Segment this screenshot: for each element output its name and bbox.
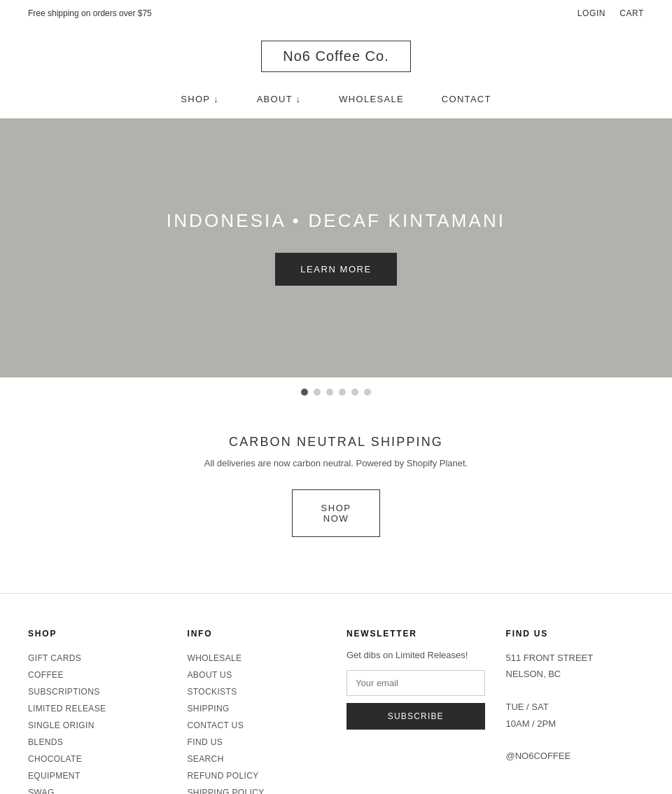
- footer-find-us-heading: FIND US: [506, 629, 645, 639]
- footer-link-equipment[interactable]: EQUIPMENT: [28, 767, 167, 784]
- hero-cta-button[interactable]: LEARN MORE: [275, 253, 397, 286]
- footer-link-shipping[interactable]: SHIPPING: [188, 700, 326, 717]
- footer-link-swag[interactable]: SWAG: [28, 784, 167, 794]
- carbon-text: All deliveries are now carbon neutral. P…: [14, 458, 658, 468]
- email-input[interactable]: [346, 670, 485, 696]
- hours-value: 10AM / 2PM: [506, 716, 645, 732]
- footer-shop-heading: SHOP: [28, 629, 167, 639]
- hero-title: INDONESIA • DECAF KINTAMANI: [167, 210, 505, 232]
- find-us-address: 511 FRONT STREET NELSON, BC TUE / SAT 10…: [506, 650, 645, 765]
- footer-link-search[interactable]: SEARCH: [188, 751, 326, 767]
- dot-2[interactable]: [314, 389, 321, 396]
- footer-info-column: INFO WHOLESALE ABOUT US STOCKISTS SHIPPI…: [188, 629, 326, 794]
- footer: SHOP GIFT CARDS COFFEE SUBSCRIPTIONS LIM…: [0, 593, 672, 794]
- nav-wholesale[interactable]: WHOLESALE: [339, 94, 404, 104]
- footer-link-limited-release[interactable]: LIMITED RELEASE: [28, 700, 167, 717]
- footer-link-about-us[interactable]: ABOUT US: [188, 667, 326, 683]
- footer-link-stockists[interactable]: STOCKISTS: [188, 683, 326, 700]
- top-bar-actions: LOGIN CART: [578, 8, 644, 18]
- subscribe-button[interactable]: SUBSCRIBE: [346, 703, 485, 730]
- footer-link-shipping-policy[interactable]: SHIPPING POLICY: [188, 784, 326, 794]
- footer-find-us-column: FIND US 511 FRONT STREET NELSON, BC TUE …: [506, 629, 645, 794]
- social-handle: @NO6COFFEE: [506, 748, 645, 764]
- shop-now-button[interactable]: SHOPNOW: [292, 489, 379, 537]
- nav-contact[interactable]: CONTACT: [442, 94, 491, 104]
- footer-link-chocolate[interactable]: CHOCOLATE: [28, 751, 167, 767]
- dot-4[interactable]: [339, 389, 346, 396]
- footer-link-gift-cards[interactable]: GIFT CARDS: [28, 650, 167, 667]
- nav-shop[interactable]: SHOP ↓: [181, 94, 219, 104]
- cart-link[interactable]: CART: [620, 8, 644, 18]
- footer-info-heading: INFO: [188, 629, 326, 639]
- logo[interactable]: No6 Coffee Co.: [261, 41, 411, 72]
- logo-container: No6 Coffee Co.: [0, 27, 672, 79]
- footer-link-refund-policy[interactable]: REFUND POLICY: [188, 767, 326, 784]
- footer-link-find-us[interactable]: FIND US: [188, 734, 326, 751]
- footer-newsletter-heading: NEWSLETTER: [346, 629, 485, 639]
- shipping-notice: Free shipping on orders over $75: [28, 8, 152, 18]
- newsletter-text: Get dibs on Limited Releases!: [346, 650, 485, 660]
- carousel-dots: [0, 377, 672, 407]
- footer-link-contact-us[interactable]: CONTACT US: [188, 717, 326, 734]
- dot-5[interactable]: [351, 389, 358, 396]
- footer-link-blends[interactable]: BLENDS: [28, 734, 167, 751]
- login-link[interactable]: LOGIN: [578, 8, 606, 18]
- address-line1: 511 FRONT STREET: [506, 650, 645, 666]
- dot-3[interactable]: [326, 389, 333, 396]
- footer-link-coffee[interactable]: COFFEE: [28, 667, 167, 683]
- carbon-title: CARBON NEUTRAL SHIPPING: [14, 435, 658, 450]
- carbon-section: CARBON NEUTRAL SHIPPING All deliveries a…: [0, 407, 672, 565]
- main-nav: SHOP ↓ ABOUT ↓ WHOLESALE CONTACT: [0, 79, 672, 118]
- hero-banner: INDONESIA • DECAF KINTAMANI LEARN MORE: [0, 118, 672, 377]
- address-line2: NELSON, BC: [506, 666, 645, 682]
- hours-label: TUE / SAT: [506, 699, 645, 715]
- footer-grid: SHOP GIFT CARDS COFFEE SUBSCRIPTIONS LIM…: [28, 629, 644, 794]
- footer-shop-column: SHOP GIFT CARDS COFFEE SUBSCRIPTIONS LIM…: [28, 629, 167, 794]
- footer-link-single-origin[interactable]: SINGLE ORIGIN: [28, 717, 167, 734]
- nav-about[interactable]: ABOUT ↓: [257, 94, 302, 104]
- footer-link-wholesale[interactable]: WHOLESALE: [188, 650, 326, 667]
- footer-link-subscriptions[interactable]: SUBSCRIPTIONS: [28, 683, 167, 700]
- dot-1[interactable]: [301, 389, 308, 396]
- dot-6[interactable]: [364, 389, 371, 396]
- top-bar: Free shipping on orders over $75 LOGIN C…: [0, 0, 672, 27]
- footer-newsletter-column: NEWSLETTER Get dibs on Limited Releases!…: [346, 629, 485, 794]
